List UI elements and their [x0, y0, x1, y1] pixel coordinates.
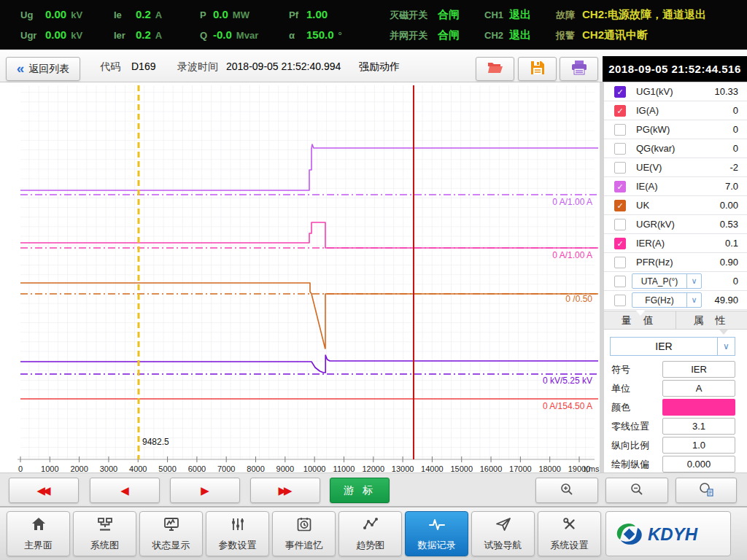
kdyh-logo-icon: KDYH: [610, 518, 727, 550]
recorder-app: Ug0.00kVUgr0.00kVIe0.2AIer0.2AP0.0MWQ-0.…: [0, 0, 747, 560]
channel-label: IG(A): [636, 105, 659, 116]
channel-checkbox[interactable]: ✓: [614, 238, 626, 249]
nav-label: 试验导航: [484, 539, 522, 552]
channel-dropdown[interactable]: UTA_P(°)∨: [632, 273, 702, 289]
open-file-button[interactable]: [476, 57, 514, 81]
channel-checkbox[interactable]: ✓: [614, 86, 626, 98]
metric-unit: kV: [71, 7, 82, 24]
rewind-button[interactable]: ◀◀: [9, 478, 79, 503]
scale-label-UG1: 0 kV/5.25 kV: [543, 376, 592, 386]
nav-label: 系统图: [90, 539, 119, 552]
signal-select-dropdown[interactable]: IER ∨: [610, 337, 735, 356]
channel-row[interactable]: QG(kvar)0: [604, 139, 747, 158]
save-button[interactable]: [518, 57, 557, 81]
status-metric: CH2退出: [484, 26, 556, 44]
zoom-out-button[interactable]: [605, 478, 668, 503]
channel-value: 0: [733, 276, 738, 287]
zoom-document-icon: [698, 482, 714, 499]
nav-button-系统设置[interactable]: 系统设置: [538, 511, 601, 556]
scale-label-UK: 0 /0.50: [565, 294, 592, 304]
step-back-button[interactable]: ◀: [90, 478, 160, 503]
metric-unit: MW: [233, 7, 249, 24]
status-column: Ug0.00kVUgr0.00kV: [20, 6, 114, 44]
zoom-reset-button[interactable]: [676, 478, 737, 503]
nav-button-主界面[interactable]: 主界面: [7, 511, 70, 556]
channel-checkbox[interactable]: ✓: [614, 181, 626, 192]
app-navigation-bar: 主界面系统图状态显示参数设置事件追忆趋势图数据记录试验导航系统设置KDYH: [0, 507, 747, 560]
channel-value: 0.00: [720, 200, 738, 211]
fast-forward-button[interactable]: ▶▶: [250, 478, 320, 503]
brand-logo-button[interactable]: KDYH: [605, 511, 731, 556]
waveform-chart-panel[interactable]: 0100020003000400050006000700080009000100…: [0, 82, 600, 472]
playback-control-bar: ◀◀ ◀ ▶ ▶▶ 游 标: [0, 472, 747, 507]
nav-button-数据记录[interactable]: 数据记录: [405, 511, 468, 556]
nav-button-事件追忆[interactable]: 事件追忆: [272, 511, 336, 556]
channel-list: ✓UG1(kV)10.33✓IG(A)0PG(kW)0QG(kvar)0UE(V…: [604, 82, 747, 310]
metric-label: 故障: [556, 7, 582, 24]
property-input[interactable]: 3.1: [662, 418, 735, 435]
nav-button-状态显示[interactable]: 状态显示: [139, 511, 203, 556]
print-button[interactable]: [560, 57, 598, 81]
channel-value: 0: [733, 124, 738, 135]
channel-checkbox[interactable]: [614, 143, 626, 155]
channel-dropdown[interactable]: FG(Hz)∨: [632, 292, 702, 308]
nav-button-趋势图[interactable]: 趋势图: [338, 511, 402, 556]
channel-checkbox[interactable]: [614, 124, 626, 136]
tab-properties[interactable]: 属 性: [676, 311, 747, 329]
channel-label: UE(V): [636, 162, 662, 173]
channel-label: PG(kW): [636, 124, 670, 135]
property-label: 单位: [611, 382, 630, 395]
printer-icon: [571, 61, 587, 78]
channel-checkbox[interactable]: ✓: [614, 105, 626, 117]
channel-row[interactable]: ✓IG(A)0: [604, 101, 747, 120]
channel-label: PFR(Hz): [636, 257, 673, 268]
channel-row[interactable]: UE(V)-2: [604, 158, 747, 177]
channel-checkbox[interactable]: ✓: [614, 200, 626, 211]
nav-label: 数据记录: [418, 539, 456, 552]
channel-row[interactable]: UTA_P(°)∨0: [604, 272, 747, 291]
metric-value: 合闸: [438, 26, 460, 44]
metric-value: 0.2: [136, 6, 151, 23]
channel-row[interactable]: PG(kW)0: [604, 120, 747, 139]
metric-value: 退出: [509, 26, 531, 44]
data-record-icon: [428, 516, 446, 536]
nav-button-试验导航[interactable]: 试验导航: [471, 511, 535, 556]
cursor-toggle-button[interactable]: 游 标: [330, 478, 390, 503]
property-row: 纵向比例1.0: [604, 436, 747, 455]
channel-row[interactable]: FG(Hz)∨49.90: [604, 291, 747, 310]
metric-unit: A: [155, 7, 162, 24]
channel-label: UK: [636, 200, 649, 211]
channel-checkbox[interactable]: [614, 276, 626, 287]
nav-button-参数设置[interactable]: 参数设置: [206, 511, 269, 556]
channel-checkbox[interactable]: [614, 295, 626, 306]
zoom-in-icon: [560, 482, 574, 499]
channel-row[interactable]: ✓UK0.00: [604, 196, 747, 215]
channel-row[interactable]: ✓IER(A)0.1: [604, 234, 747, 253]
metric-value: CH2:电源故障，通道退出: [582, 6, 706, 23]
channel-checkbox[interactable]: [614, 162, 626, 174]
nav-button-系统图[interactable]: 系统图: [73, 511, 136, 556]
channel-row[interactable]: UGR(kV)0.53: [604, 215, 747, 234]
channel-row[interactable]: ✓IE(A)7.0: [604, 177, 747, 196]
step-forward-button[interactable]: ▶: [170, 478, 240, 503]
color-swatch[interactable]: [662, 399, 735, 416]
channel-row[interactable]: ✓UG1(kV)10.33: [604, 82, 747, 101]
channel-checkbox[interactable]: [614, 219, 626, 230]
property-input[interactable]: 1.0: [662, 437, 735, 454]
metric-label: Ie: [114, 7, 136, 24]
nav-label: 主界面: [24, 539, 53, 552]
waveform-svg[interactable]: 0100020003000400050006000700080009000100…: [0, 82, 600, 472]
metric-label: Ugr: [20, 27, 45, 44]
back-to-list-button[interactable]: « 返回列表: [6, 57, 80, 81]
property-input[interactable]: A: [662, 380, 735, 397]
property-label: 颜色: [611, 401, 630, 414]
metric-label: P: [200, 7, 213, 24]
channel-row[interactable]: PFR(Hz)0.90: [604, 253, 747, 272]
zoom-in-button[interactable]: [535, 478, 598, 503]
property-input[interactable]: IER: [662, 361, 735, 378]
metric-unit: kV: [71, 27, 82, 44]
sidebar-tabs: 量 值 属 性: [604, 311, 747, 330]
property-label: 零线位置: [611, 420, 649, 433]
property-input[interactable]: 0.000: [662, 456, 735, 472]
channel-checkbox[interactable]: [614, 257, 626, 268]
